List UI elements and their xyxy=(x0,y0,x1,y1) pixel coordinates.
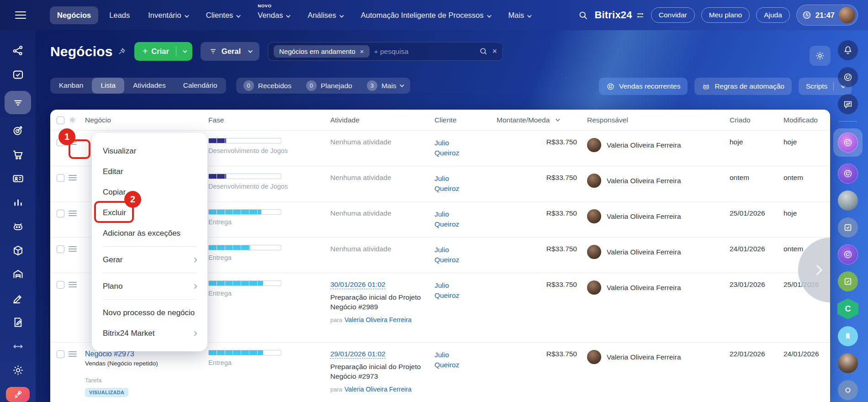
tasks-icon[interactable] xyxy=(10,67,26,82)
chip-close-icon[interactable]: × xyxy=(360,48,364,55)
tab-calendario[interactable]: Calendário xyxy=(175,78,226,94)
row-menu-icon[interactable] xyxy=(69,249,77,249)
client-link[interactable]: JulioQueiroz xyxy=(434,139,459,157)
row-menu-icon[interactable] xyxy=(69,284,77,285)
contact-center-icon[interactable] xyxy=(10,171,26,186)
deals-funnel-icon-active[interactable] xyxy=(5,91,31,114)
task-check-widget[interactable] xyxy=(838,217,858,238)
search-filter-chip[interactable]: Negócios em andamento × xyxy=(274,45,370,58)
row-checkbox[interactable] xyxy=(57,281,64,289)
row-checkbox[interactable] xyxy=(57,245,64,253)
inventory-box-icon[interactable] xyxy=(10,243,26,258)
tab-planejado[interactable]: 0 Planejado xyxy=(299,78,360,94)
warehouse-icon[interactable] xyxy=(10,267,26,282)
invite-button[interactable]: Convidar xyxy=(651,7,695,23)
clear-search-icon[interactable]: × xyxy=(492,47,498,56)
row-menu-icon[interactable] xyxy=(69,354,77,354)
menu-item-copiar[interactable]: Copiar xyxy=(92,182,207,202)
nav-negocios[interactable]: Negócios xyxy=(50,6,98,24)
columns-gear-icon[interactable] xyxy=(69,116,76,124)
main-menu-icon[interactable] xyxy=(15,15,26,16)
client-link[interactable]: JulioQueiroz xyxy=(434,175,459,192)
settings-gear-icon[interactable] xyxy=(10,363,26,378)
view-filter-button[interactable]: Geral xyxy=(201,42,259,61)
nav-analises[interactable]: Análises xyxy=(300,6,349,24)
row-checkbox[interactable] xyxy=(57,210,64,217)
responsible-avatar[interactable] xyxy=(587,138,601,152)
client-link[interactable]: JulioQueiroz xyxy=(434,351,459,369)
menu-item-visualizar[interactable]: Visualizar xyxy=(92,141,207,161)
nav-inventario[interactable]: Inventário xyxy=(141,6,195,24)
nav-leads[interactable]: Leads xyxy=(102,6,137,24)
marketing-target-icon[interactable] xyxy=(10,123,26,138)
o-widget[interactable] xyxy=(838,380,858,400)
responsible-avatar[interactable] xyxy=(587,174,601,188)
boost-rocket-button[interactable] xyxy=(6,387,30,402)
search-icon[interactable] xyxy=(578,11,588,20)
menu-item-plano[interactable]: Plano xyxy=(92,276,207,296)
notifications-bell-icon[interactable] xyxy=(838,40,858,60)
activity-date-link[interactable]: 30/01/2026 01:02 xyxy=(330,280,386,289)
activity-date-link[interactable]: 29/01/2026 01:02 xyxy=(330,350,386,359)
client-link[interactable]: JulioQueiroz xyxy=(434,281,459,299)
resize-arrows-icon[interactable] xyxy=(10,339,26,354)
menu-item-bitrix24-market[interactable]: Bitrix24 Market xyxy=(92,323,207,344)
pin-icon[interactable] xyxy=(117,47,126,56)
create-dropdown[interactable] xyxy=(176,50,192,53)
create-button[interactable]: + Criar xyxy=(134,42,192,61)
menu-item-adicionar-excecoes[interactable]: Adicionar às exceções xyxy=(92,223,207,243)
col-cliente[interactable]: Cliente xyxy=(434,116,497,124)
menu-item-editar[interactable]: Editar xyxy=(92,161,207,182)
sync-widget-2[interactable] xyxy=(838,244,858,264)
menu-item-gerar[interactable]: Gerar xyxy=(92,249,207,270)
col-negocio[interactable]: Negócio xyxy=(85,116,208,124)
documents-icon[interactable] xyxy=(10,315,26,330)
row-menu-icon[interactable] xyxy=(69,213,77,214)
activity-person-link[interactable]: Valeria Oliveira Ferreira xyxy=(344,386,412,393)
menu-item-excluir[interactable]: Excluir xyxy=(92,202,207,223)
crm-network-icon[interactable] xyxy=(10,43,26,58)
tab-recebidos[interactable]: 0 Recebidos xyxy=(236,78,299,94)
messenger-icon[interactable] xyxy=(838,94,858,114)
hexagon-c-widget[interactable]: C xyxy=(837,298,858,319)
avatar-widget[interactable] xyxy=(838,353,858,373)
ecommerce-cart-icon[interactable] xyxy=(10,147,26,162)
automation-rules-button[interactable]: Regras de automação xyxy=(694,78,792,95)
row-checkbox[interactable] xyxy=(57,174,64,182)
ai-robot-icon[interactable] xyxy=(10,219,26,234)
select-all-checkbox[interactable] xyxy=(57,116,64,124)
responsible-avatar[interactable] xyxy=(587,245,601,259)
nav-automacao[interactable]: Automação Inteligente de Processos xyxy=(354,6,498,24)
my-plan-button[interactable]: Meu plano xyxy=(701,7,750,23)
search-bar[interactable]: Negócios em andamento × + pesquisa × xyxy=(268,42,503,61)
col-responsavel[interactable]: Responsável xyxy=(583,116,730,124)
responsible-avatar[interactable] xyxy=(587,350,601,364)
responsible-avatar[interactable] xyxy=(587,209,601,223)
analytics-chart-icon[interactable] xyxy=(10,195,26,210)
col-criado[interactable]: Criado xyxy=(730,116,783,124)
green-check-widget[interactable] xyxy=(838,271,858,291)
active-sync-widget[interactable] xyxy=(838,132,858,153)
recurring-sales-button[interactable]: Vendas recorrentes xyxy=(599,78,688,95)
nav-clientes[interactable]: Clientes xyxy=(199,6,247,24)
recurring-sync-icon[interactable] xyxy=(838,67,858,87)
sync-widget[interactable] xyxy=(838,164,858,184)
nav-vendas[interactable]: NOVOVendas xyxy=(250,6,296,24)
table-row[interactable]: Negócio #2973 Vendas (Negócio repetido) … xyxy=(50,343,830,402)
sign-pencil-icon[interactable] xyxy=(10,291,26,306)
row-checkbox[interactable] xyxy=(57,350,64,358)
user-avatar[interactable] xyxy=(839,7,855,23)
search-icon[interactable] xyxy=(479,47,488,56)
tab-mais[interactable]: 3 Mais xyxy=(360,78,410,94)
help-button[interactable]: Ajuda xyxy=(756,7,790,23)
photo-widget[interactable] xyxy=(838,190,858,211)
tab-atividades[interactable]: Atividades xyxy=(124,78,175,94)
nav-mais[interactable]: Mais xyxy=(501,6,538,24)
client-link[interactable]: JulioQueiroz xyxy=(434,246,459,264)
col-fase[interactable]: Fase xyxy=(208,116,330,124)
clock-widget[interactable]: 21:47 xyxy=(796,5,858,26)
col-modificado[interactable]: Modificado xyxy=(783,116,830,124)
page-settings-gear-icon[interactable] xyxy=(810,46,831,66)
menu-item-novo-processo[interactable]: Novo processo de negócio xyxy=(92,302,207,323)
col-montante[interactable]: Montante/Moeda xyxy=(497,116,583,124)
